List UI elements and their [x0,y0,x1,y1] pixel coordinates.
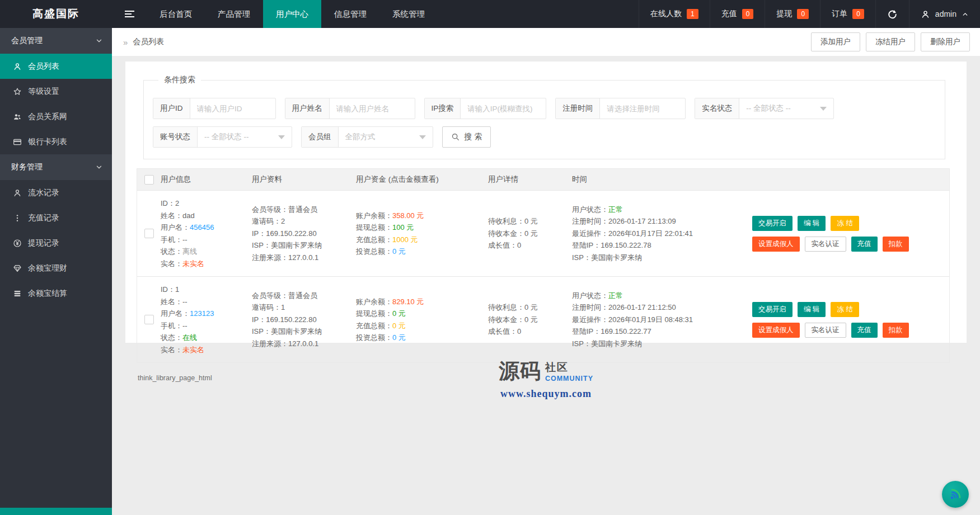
sidebar-item-yuebao-settle[interactable]: 余额宝结算 [0,281,112,306]
account-status-select[interactable]: -- 全部状态 -- [198,127,292,147]
ip-search-input[interactable] [461,98,546,119]
sidebar-item-member-network[interactable]: 会员关系网 [0,104,112,129]
sidebar-item-recharge-records[interactable]: 充值记录 [0,205,112,230]
nav-item-dashboard[interactable]: 后台首页 [147,0,205,28]
withdraw-total[interactable]: 100 元 [392,221,414,234]
realname-status: 未实名 [182,344,204,356]
freeze-button[interactable]: 冻 结 [831,216,859,231]
deduct-button[interactable]: 扣款 [883,237,909,252]
row-checkbox[interactable] [144,315,154,324]
users-icon [13,112,22,121]
sidebar-item-yuebao-invest[interactable]: 余额宝理财 [0,256,112,281]
withdraw-count-badge: 0 [797,9,809,19]
invest-total[interactable]: 0 元 [392,332,406,344]
recharge-button[interactable]: 充值 [851,323,878,338]
user-name-input[interactable] [330,98,415,119]
cell-user-info: ID：1 姓名：-- 用户名：123123 手机：-- 状态：在线 实名：未实名 [161,284,252,356]
sidebar-footer-bar [0,508,112,515]
cell-time: 用户状态：正常 注册时间：2026-01-17 21:12:50 最近操作：20… [572,290,740,350]
nav-item-system[interactable]: 系统管理 [379,0,438,28]
table-row: ID：1 姓名：-- 用户名：123123 手机：-- 状态：在线 实名：未实名… [137,276,949,362]
nav-item-user-center[interactable]: 用户中心 [263,0,321,28]
balance-amount[interactable]: 829.10 元 [392,296,424,308]
breadcrumb: » 会员列表 [123,37,164,47]
user-id-input[interactable] [190,98,275,119]
top-header: 高盛国际 后台首页 产品管理 用户中心 信息管理 系统管理 在线人数 1 充值 … [0,0,980,28]
real-status-group: 实名状态 -- 全部状态 -- [695,98,834,119]
set-fake-button[interactable]: 设置成假人 [752,323,800,338]
user-id-group: 用户ID [153,98,276,119]
username-link[interactable]: 123123 [190,308,214,320]
user-status: 正常 [608,204,623,216]
reg-time-group: 注册时间 [555,98,686,119]
sidebar-section-members[interactable]: 会员管理 [0,28,112,54]
stat-withdraw[interactable]: 提现 0 [765,0,820,28]
header-user-funds: 用户资金 (点击金额查看) [356,174,488,185]
sidebar-item-withdraw-records[interactable]: 提现记录 [0,230,112,256]
search-legend: 条件搜索 [158,75,201,85]
stat-orders[interactable]: 订单 0 [820,0,875,28]
stat-recharge[interactable]: 充值 0 [710,0,765,28]
brand-logo-en: COMMUNITY [545,375,593,382]
recharge-count-badge: 0 [742,9,754,19]
brand-logo-cn-sub: 社区 [545,360,593,375]
real-status-select[interactable]: -- 全部状态 -- [739,98,833,119]
realname-status: 未实名 [182,258,204,270]
online-count-badge: 1 [687,9,698,19]
add-user-button[interactable]: 添加用户 [811,32,860,51]
brand-logo-cn: 源码 [499,357,541,385]
stat-online-users[interactable]: 在线人数 1 [639,0,710,28]
account-status-group: 账号状态 -- 全部状态 -- [153,126,292,148]
cell-user-detail: 待收利息：0 元 待收本金：0 元 成长值：0 [488,301,572,338]
username-link[interactable]: 456456 [190,221,214,234]
cell-actions: 交易开启 编 辑 冻 结 设置成假人 实名认证 充值 扣款 [740,302,949,338]
search-row-2: 账号状态 -- 全部状态 -- 会员组 全部方式 搜 索 [153,126,936,148]
user-name-group: 用户姓名 [285,98,415,119]
refresh-button[interactable] [875,0,909,28]
set-fake-button[interactable]: 设置成假人 [752,237,800,252]
sidebar-item-bank-cards[interactable]: 银行卡列表 [0,129,112,154]
search-fieldset: 条件搜索 用户ID 用户姓名 IP搜索 注册时间 [143,75,945,159]
freeze-button[interactable]: 冻 结 [831,302,859,317]
trade-toggle-button[interactable]: 交易开启 [752,302,793,317]
header-user-info: 用户信息 [161,174,252,185]
trade-toggle-button[interactable]: 交易开启 [752,216,793,231]
header-user-detail: 用户详情 [488,174,572,185]
admin-user-menu[interactable]: admin [909,0,980,28]
edit-button[interactable]: 编 辑 [798,216,826,231]
header-time: 时间 [572,174,740,185]
nav-item-products[interactable]: 产品管理 [205,0,263,28]
topbar-actions: 添加用户 冻结用户 删除用户 [805,32,970,51]
voice-assist-button[interactable] [942,481,969,508]
search-icon [451,133,460,141]
realname-verify-button[interactable]: 实名认证 [805,323,846,338]
row-checkbox[interactable] [144,229,154,238]
delete-user-button[interactable]: 删除用户 [921,32,970,51]
reg-time-input[interactable] [600,98,685,119]
member-group-select[interactable]: 全部方式 [339,127,433,147]
sidebar-item-level-settings[interactable]: 等级设置 [0,79,112,104]
withdraw-total[interactable]: 0 元 [392,308,406,320]
sidebar-section-finance[interactable]: 财务管理 [0,154,112,180]
admin-username: admin [935,10,956,18]
balance-amount[interactable]: 358.00 元 [392,210,424,222]
cell-user-detail: 待收利息：0 元 待收本金：0 元 成长值：0 [488,215,572,252]
chevron-down-icon [95,37,103,45]
realname-verify-button[interactable]: 实名认证 [805,237,846,252]
recharge-button[interactable]: 充值 [851,237,878,252]
invest-total[interactable]: 0 元 [392,245,406,258]
nav-item-information[interactable]: 信息管理 [321,0,379,28]
recharge-total[interactable]: 1000 元 [392,234,418,246]
cell-actions: 交易开启 编 辑 冻 结 设置成假人 实名认证 充值 扣款 [740,216,949,252]
deduct-button[interactable]: 扣款 [883,323,909,338]
search-button[interactable]: 搜 索 [442,126,491,148]
sidebar-item-transaction-log[interactable]: 流水记录 [0,180,112,205]
collapse-menu-button[interactable] [112,0,147,28]
sidebar-item-member-list[interactable]: 会员列表 [0,54,112,79]
star-icon [13,87,22,96]
page-topbar: » 会员列表 添加用户 冻结用户 删除用户 [112,28,980,56]
freeze-user-button[interactable]: 冻结用户 [866,32,915,51]
recharge-total[interactable]: 0 元 [392,320,406,332]
select-all-checkbox[interactable] [144,175,154,185]
edit-button[interactable]: 编 辑 [798,302,826,317]
